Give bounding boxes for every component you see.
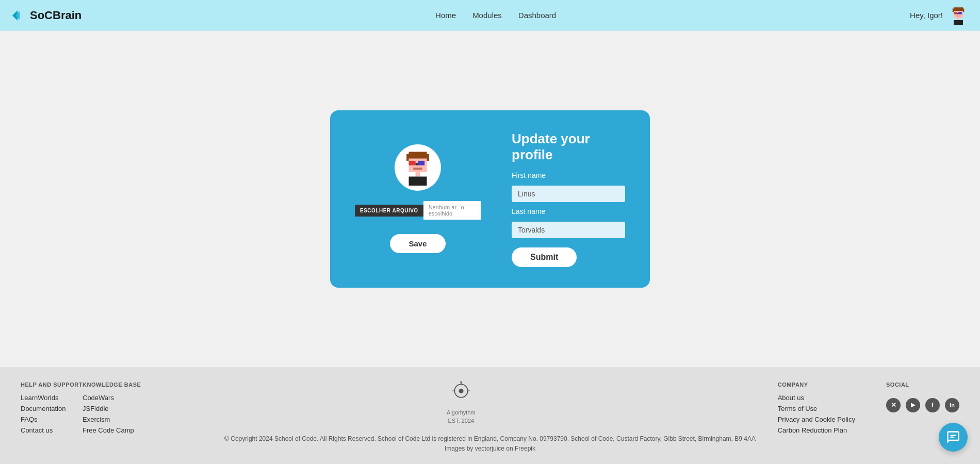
save-button[interactable]: Save [390, 234, 445, 253]
footer-link-contact[interactable]: Contact us [21, 426, 83, 434]
footer-link-about[interactable]: About us [778, 394, 855, 402]
footer-knowledge-base: KNOWLEDGE BASE CodeWars JSFiddle Exercis… [83, 382, 144, 434]
footer-link-carbon[interactable]: Carbon Reduction Plan [778, 426, 855, 434]
svg-rect-16 [416, 163, 418, 165]
footer-link-freecodecamp[interactable]: Free Code Camp [83, 426, 144, 434]
nav-modules[interactable]: Modules [472, 11, 502, 20]
footer-help-support: HELP AND SUPPORT LearnWorlds Documentati… [21, 382, 83, 434]
profile-title: Update your profile [512, 131, 625, 163]
main-nav: Home Modules Dashboard [435, 11, 556, 20]
svg-rect-6 [958, 12, 962, 14]
logo-icon [12, 8, 27, 23]
last-name-label: Last name [512, 207, 625, 216]
footer-link-documentation[interactable]: Documentation [21, 405, 83, 412]
choose-file-button[interactable]: ESCOLHER ARQUIVO [355, 205, 423, 217]
footer-link-exercism[interactable]: Exercism [83, 416, 144, 423]
svg-rect-10 [954, 20, 963, 25]
svg-rect-26 [950, 435, 956, 436]
svg-rect-17 [413, 168, 422, 170]
footer-company: COMPANY About us Terms of Use Privacy an… [778, 382, 855, 434]
footer-help-title: HELP AND SUPPORT [21, 382, 83, 388]
user-area: Hey, Igor! [910, 6, 968, 25]
footer-right-group: COMPANY About us Terms of Use Privacy an… [778, 382, 959, 434]
svg-rect-7 [957, 13, 958, 14]
svg-rect-8 [956, 15, 961, 16]
algorhythm-logo-icon [448, 382, 474, 407]
profile-form: Update your profile First name Last name… [512, 131, 625, 267]
images-credit: Images by vectorjuice on Freepik [21, 444, 959, 454]
header: SoCBrain Home Modules Dashboard Hey, Igo… [0, 0, 980, 31]
nav-home[interactable]: Home [435, 11, 456, 20]
footer-link-faqs[interactable]: FAQs [21, 416, 83, 423]
footer-link-codewars[interactable]: CodeWars [83, 394, 144, 402]
footer-link-terms[interactable]: Terms of Use [778, 405, 855, 412]
svg-rect-27 [950, 437, 954, 438]
algorhythm-logo-name: Algorhythm [447, 409, 476, 416]
user-avatar[interactable] [949, 6, 968, 25]
svg-rect-19 [409, 177, 427, 186]
file-input-row: ESCOLHER ARQUIVO Nenhum ar...o escolhido [355, 201, 481, 220]
user-greeting: Hey, Igor! [910, 11, 943, 20]
last-name-input[interactable] [512, 222, 625, 238]
social-facebook-icon[interactable]: f [925, 398, 940, 412]
logo[interactable]: SoCBrain [12, 8, 81, 23]
chat-button[interactable] [939, 423, 968, 452]
footer-company-title: COMPANY [778, 382, 855, 388]
chat-icon [946, 430, 960, 444]
svg-point-23 [460, 382, 462, 383]
footer-social-title: SOCIAL [886, 382, 959, 388]
social-linkedin-icon[interactable]: in [945, 398, 959, 412]
algorhythm-logo-year: EST. 2024 [448, 418, 474, 424]
avatar-circle [395, 144, 441, 191]
copyright-text: © Copyright 2024 School of Code. All Rig… [21, 434, 959, 444]
social-x-icon[interactable]: ✕ [886, 398, 901, 412]
footer-logo: Algorhythm EST. 2024 [447, 382, 476, 424]
profile-avatar [400, 150, 436, 186]
first-name-input[interactable] [512, 186, 625, 202]
footer-bottom: © Copyright 2024 School of Code. All Rig… [21, 434, 959, 454]
file-name-display: Nenhum ar...o escolhido [423, 201, 481, 220]
svg-rect-9 [957, 18, 960, 20]
svg-rect-14 [409, 161, 416, 165]
footer-link-jsfiddle[interactable]: JSFiddle [83, 405, 144, 412]
main-content: ESCOLHER ARQUIVO Nenhum ar...o escolhido… [0, 31, 980, 367]
logo-text: SoCBrain [30, 9, 81, 22]
submit-button[interactable]: Submit [512, 247, 577, 267]
social-icons-row: ✕ ▶ f in [886, 398, 959, 412]
svg-rect-15 [418, 161, 424, 165]
avatar-section: ESCOLHER ARQUIVO Nenhum ar...o escolhido… [355, 144, 481, 253]
footer-kb-title: KNOWLEDGE BASE [83, 382, 144, 388]
svg-point-21 [459, 388, 463, 393]
footer: HELP AND SUPPORT LearnWorlds Documentati… [0, 367, 980, 464]
nav-dashboard[interactable]: Dashboard [518, 11, 556, 20]
profile-card: ESCOLHER ARQUIVO Nenhum ar...o escolhido… [330, 110, 650, 288]
footer-link-privacy[interactable]: Privacy and Cookie Policy [778, 416, 855, 423]
footer-link-learnworlds[interactable]: LearnWorlds [21, 394, 83, 402]
svg-rect-18 [416, 172, 420, 177]
footer-center: Algorhythm EST. 2024 [144, 382, 778, 424]
social-youtube-icon[interactable]: ▶ [906, 398, 920, 412]
svg-rect-5 [954, 12, 957, 14]
first-name-label: First name [512, 171, 625, 179]
